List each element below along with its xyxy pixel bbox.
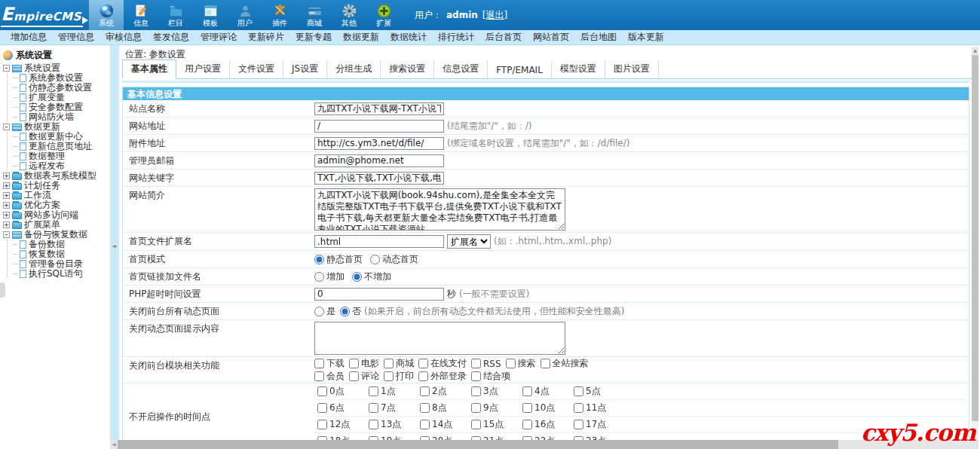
checkbox-input[interactable] bbox=[349, 359, 359, 368]
checkbox-input[interactable] bbox=[471, 359, 481, 368]
menubar-link[interactable]: 增加信息 bbox=[11, 31, 47, 44]
logout-link[interactable]: [退出] bbox=[482, 9, 507, 22]
checkbox-option[interactable]: 评论 bbox=[349, 370, 379, 383]
checkbox-input[interactable] bbox=[418, 359, 428, 368]
radio-input[interactable] bbox=[352, 272, 362, 282]
tab-3[interactable]: 文件设置 bbox=[230, 60, 283, 78]
checkbox-input[interactable] bbox=[522, 403, 532, 413]
nav-item-plugin[interactable]: 插件 bbox=[262, 0, 297, 30]
tree-expander-icon[interactable]: + bbox=[3, 221, 10, 228]
logo[interactable]: EmpireCMS bbox=[0, 0, 89, 30]
menubar-link[interactable]: 管理评论 bbox=[201, 31, 237, 44]
checkbox-input[interactable] bbox=[317, 403, 327, 413]
nav-item-system[interactable]: 系统 bbox=[89, 0, 124, 30]
checkbox-input[interactable] bbox=[522, 386, 532, 396]
vertical-scrollbar[interactable]: ▲ bbox=[972, 47, 978, 440]
radio-input[interactable] bbox=[314, 272, 324, 282]
attachment-url-input[interactable] bbox=[314, 137, 444, 150]
tab-1[interactable]: 基本属性 bbox=[122, 60, 176, 79]
checkbox-option[interactable]: 外部登录 bbox=[418, 370, 467, 383]
checkbox-input[interactable] bbox=[317, 420, 327, 429]
nav-item-template[interactable]: 模板 bbox=[193, 0, 228, 30]
menubar-link[interactable]: 管理信息 bbox=[58, 31, 94, 44]
tree-expander-icon[interactable]: + bbox=[3, 173, 10, 179]
tab-10[interactable]: 图片设置 bbox=[605, 60, 659, 78]
checkbox-option[interactable]: 否 bbox=[340, 305, 361, 318]
horizontal-scroll-thumb[interactable] bbox=[118, 440, 838, 449]
checkbox-option[interactable]: 0点 bbox=[317, 385, 364, 398]
checkbox-input[interactable] bbox=[420, 420, 430, 429]
checkbox-input[interactable] bbox=[369, 420, 378, 429]
menubar-link[interactable]: 更新专题 bbox=[296, 31, 332, 44]
checkbox-input[interactable] bbox=[574, 403, 583, 413]
checkbox-option[interactable]: 4点 bbox=[522, 385, 569, 398]
checkbox-option[interactable]: 10点 bbox=[522, 402, 569, 414]
checkbox-input[interactable] bbox=[471, 386, 481, 396]
checkbox-option[interactable]: 2点 bbox=[420, 385, 467, 398]
menubar-link[interactable]: 后台首页 bbox=[485, 31, 522, 44]
checkbox-option[interactable]: 商城 bbox=[384, 357, 414, 370]
tree-expander-icon[interactable]: + bbox=[3, 212, 10, 218]
checkbox-input[interactable] bbox=[317, 386, 327, 396]
tree-expander-icon[interactable]: + bbox=[3, 192, 10, 199]
checkbox-option[interactable]: 6点 bbox=[317, 402, 364, 414]
checkbox-option[interactable]: 打印 bbox=[384, 370, 414, 383]
tree-expander-icon[interactable]: + bbox=[3, 202, 10, 209]
checkbox-input[interactable] bbox=[574, 420, 583, 429]
menubar-link[interactable]: 数据更新 bbox=[343, 31, 379, 44]
checkbox-input[interactable] bbox=[369, 403, 378, 413]
tab-7[interactable]: 信息设置 bbox=[434, 60, 488, 78]
checkbox-input[interactable] bbox=[420, 403, 430, 413]
checkbox-option[interactable]: 9点 bbox=[471, 402, 518, 414]
site-url-input[interactable] bbox=[314, 120, 444, 133]
menubar-link[interactable]: 网站首页 bbox=[533, 31, 569, 44]
checkbox-input[interactable] bbox=[384, 371, 394, 381]
nav-item-mall[interactable]: 商城 bbox=[297, 0, 332, 30]
edge-handle[interactable] bbox=[0, 283, 5, 298]
tree-expander-icon[interactable]: - bbox=[3, 65, 10, 72]
checkbox-option[interactable]: 动态首页 bbox=[370, 253, 418, 266]
checkbox-input[interactable] bbox=[384, 359, 394, 368]
checkbox-option[interactable]: 下载 bbox=[314, 357, 345, 370]
tree-expander-icon[interactable]: - bbox=[3, 124, 10, 130]
checkbox-input[interactable] bbox=[314, 359, 324, 368]
menubar-link[interactable]: 版本更新 bbox=[628, 31, 664, 44]
menubar-link[interactable]: 后台地图 bbox=[580, 31, 617, 44]
checkbox-option[interactable]: 5点 bbox=[574, 385, 620, 398]
checkbox-option[interactable]: 静态首页 bbox=[314, 253, 363, 266]
checkbox-option[interactable]: 不增加 bbox=[352, 270, 391, 283]
checkbox-input[interactable] bbox=[420, 386, 430, 396]
menubar-link[interactable]: 签发信息 bbox=[153, 31, 189, 44]
site-description-textarea[interactable]: 九四TXT小说下载网(book.94shu.com),是全集全本全文完结版完整版… bbox=[314, 188, 565, 231]
menubar-link[interactable]: 数据统计 bbox=[390, 31, 427, 44]
keywords-input[interactable] bbox=[314, 172, 444, 185]
admin-email-input[interactable] bbox=[314, 154, 444, 167]
collapse-sidebar-icon[interactable]: ◄ bbox=[112, 243, 116, 249]
checkbox-input[interactable] bbox=[369, 386, 378, 396]
sidebar-splitter[interactable]: ◄ bbox=[110, 45, 119, 448]
close-tip-textarea[interactable] bbox=[314, 322, 565, 355]
menubar-link[interactable]: 审核信息 bbox=[106, 31, 142, 44]
checkbox-option[interactable]: 12点 bbox=[317, 418, 364, 431]
tree-leaf-label[interactable]: 执行SQL语句 bbox=[29, 267, 83, 280]
checkbox-option[interactable]: 搜索 bbox=[506, 357, 536, 370]
tab-6[interactable]: 搜索设置 bbox=[381, 60, 434, 78]
tab-9[interactable]: 模型设置 bbox=[552, 60, 605, 78]
tab-5[interactable]: 分组生成 bbox=[327, 60, 381, 78]
nav-item-user[interactable]: 用户 bbox=[228, 0, 262, 30]
checkbox-input[interactable] bbox=[418, 371, 428, 381]
checkbox-input[interactable] bbox=[541, 359, 550, 368]
tab-4[interactable]: JS设置 bbox=[283, 60, 327, 78]
scroll-up-icon[interactable]: ▲ bbox=[972, 47, 978, 54]
nav-item-category[interactable]: 栏目 bbox=[158, 0, 193, 30]
checkbox-option[interactable]: 16点 bbox=[522, 418, 569, 431]
checkbox-option[interactable]: 15点 bbox=[471, 418, 518, 431]
tree-leaf-label[interactable]: 远程发布 bbox=[29, 160, 65, 173]
tree-expander-icon[interactable]: - bbox=[3, 231, 10, 238]
tab-2[interactable]: 用户设置 bbox=[176, 60, 230, 78]
checkbox-option[interactable]: 13点 bbox=[369, 418, 415, 431]
nav-item-other[interactable]: 其他 bbox=[332, 0, 366, 30]
menubar-link[interactable]: 排行统计 bbox=[438, 31, 474, 44]
checkbox-input[interactable] bbox=[314, 371, 324, 381]
php-timeout-input[interactable] bbox=[314, 288, 444, 301]
